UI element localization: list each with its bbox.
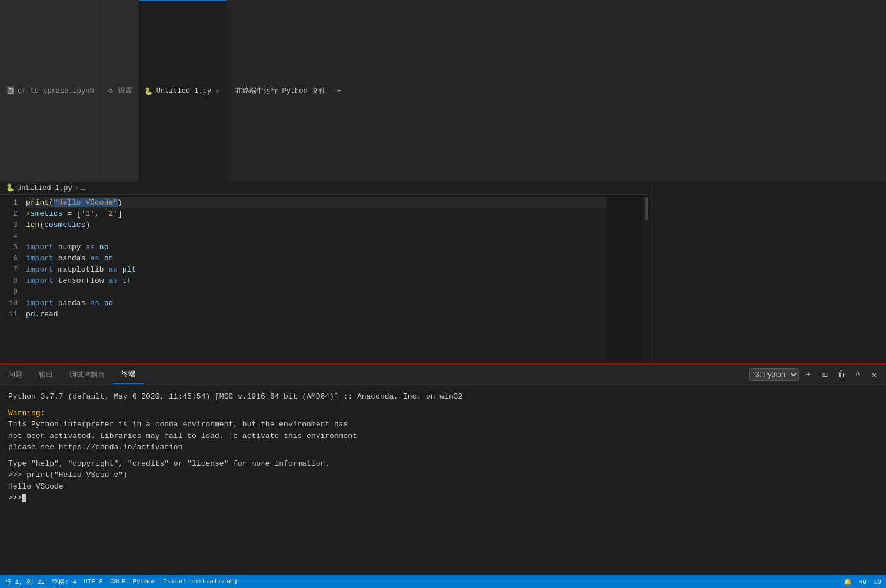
- trash-terminal-button[interactable]: 🗑: [834, 368, 848, 382]
- run-python-button[interactable]: 在终端中运行 Python 文件: [232, 85, 329, 97]
- terminal-content[interactable]: Python 3.7.7 (default, May 6 2020, 11:45…: [0, 385, 886, 575]
- split-terminal-button[interactable]: ⊞: [818, 368, 832, 382]
- tab-notebook-label: df to sprase.ipynb: [18, 87, 94, 95]
- tab-notebook[interactable]: 📓 df to sprase.ipynb: [0, 0, 101, 182]
- tab-problems[interactable]: 问题: [0, 366, 31, 383]
- more-actions-button[interactable]: ⋯: [333, 85, 344, 96]
- line-num-1: 1: [0, 197, 18, 208]
- terminal-cursor: [22, 494, 26, 502]
- line-num-2: 2: [0, 208, 18, 219]
- tab-actions: 在终端中运行 Python 文件 ⋯: [227, 0, 349, 182]
- tab-settings-label: 设置: [118, 86, 132, 96]
- minimap-content: [607, 195, 642, 197]
- tab-output[interactable]: 输出: [31, 366, 61, 383]
- line-num-6: 6: [0, 253, 18, 264]
- terminal-output1: Hello VScode: [8, 481, 878, 493]
- right-panel: [651, 182, 886, 363]
- status-position[interactable]: 行 1, 列 22: [5, 577, 45, 586]
- breadcrumb: 🐍 Untitled-1.py › …: [0, 182, 651, 195]
- status-eol[interactable]: CRLF: [110, 578, 125, 585]
- code-line-8[interactable]: import tensorflow as tf: [26, 275, 607, 286]
- line-num-7: 7: [0, 264, 18, 275]
- status-spaces[interactable]: 空格: 4: [52, 577, 76, 586]
- terminal-prompt[interactable]: >>>: [8, 492, 878, 504]
- line-num-3: 3: [0, 219, 18, 230]
- status-linter[interactable]: Ikite: initializing: [163, 578, 237, 585]
- terminal-warning-1: This Python interpreter is in a conda en…: [8, 419, 878, 430]
- code-line-11[interactable]: pd.read: [26, 309, 607, 320]
- settings-icon: ⚙: [106, 87, 115, 95]
- python-breadcrumb-icon: 🐍: [6, 183, 15, 192]
- line-num-11: 11: [0, 309, 18, 320]
- status-language[interactable]: Python: [132, 578, 156, 585]
- tab-settings[interactable]: ⚙ 设置: [101, 0, 139, 182]
- code-line-5[interactable]: import numpy as np: [26, 242, 607, 253]
- tab-untitled-label: Untitled-1.py: [156, 87, 212, 95]
- status-bar: 行 1, 列 22 空格: 4 UTF-8 CRLF Python Ikite:…: [0, 575, 886, 588]
- error-icon: ✕0: [859, 578, 867, 586]
- status-right: 🔔 ✕0 ⚠0: [844, 578, 881, 586]
- code-line-4[interactable]: [26, 230, 607, 242]
- terminal-init-line: Python 3.7.7 (default, May 6 2020, 11:45…: [8, 391, 878, 403]
- line-num-10: 10: [0, 298, 18, 309]
- tab-untitled[interactable]: 🐍 Untitled-1.py ✕: [139, 0, 228, 182]
- code-editor[interactable]: print("Hello VScode") ⚡smetics = ['1', '…: [24, 195, 607, 363]
- tab-terminal[interactable]: 终端: [113, 366, 144, 384]
- breadcrumb-separator: ›: [75, 184, 79, 192]
- breadcrumb-file[interactable]: Untitled-1.py: [17, 184, 72, 192]
- tab-close-button[interactable]: ✕: [215, 86, 221, 96]
- line-num-8: 8: [0, 275, 18, 286]
- chevron-up-button[interactable]: ^: [851, 368, 865, 382]
- editor-scrollbar[interactable]: [642, 195, 651, 363]
- add-terminal-button[interactable]: +: [801, 368, 815, 382]
- terminal-help-line: Type "help", "copyright", "credits" or "…: [8, 458, 878, 470]
- bell-icon[interactable]: 🔔: [844, 578, 852, 586]
- python-icon: 🐍: [145, 87, 153, 95]
- terminal-prompt-sign: >>>: [8, 492, 22, 504]
- line-num-5: 5: [0, 242, 18, 253]
- minimap: [607, 195, 642, 363]
- code-line-9[interactable]: [26, 286, 607, 298]
- notebook-icon: 📓: [6, 87, 14, 95]
- terminal-panel: 问题 输出 调试控制台 终端 3: Python + ⊞ 🗑 ^ ✕ Pytho…: [0, 363, 886, 575]
- code-line-7[interactable]: import matplotlib as plt: [26, 264, 607, 275]
- tab-debug[interactable]: 调试控制台: [61, 366, 113, 383]
- main-area: 🐍 Untitled-1.py › … 1 2 3 4 5 6 7 8 9 10…: [0, 182, 886, 363]
- breadcrumb-more[interactable]: …: [81, 184, 85, 192]
- editor-content: 1 2 3 4 5 6 7 8 9 10 11 print("Hello VSc…: [0, 195, 651, 363]
- code-line-6[interactable]: import pandas as pd: [26, 253, 607, 264]
- terminal-session-select[interactable]: 3: Python: [749, 368, 799, 381]
- code-line-2[interactable]: ⚡smetics = ['1', '2']: [26, 208, 607, 219]
- line-numbers: 1 2 3 4 5 6 7 8 9 10 11: [0, 195, 24, 363]
- line-num-9: 9: [0, 286, 18, 298]
- warning-icon: ⚠0: [874, 578, 881, 586]
- code-line-10[interactable]: import pandas as pd: [26, 298, 607, 309]
- terminal-tabs: 问题 输出 调试控制台 终端 3: Python + ⊞ 🗑 ^ ✕: [0, 365, 886, 385]
- close-terminal-button[interactable]: ✕: [867, 368, 881, 382]
- code-line-3[interactable]: len(cosmetics): [26, 219, 607, 230]
- editor-area: 🐍 Untitled-1.py › … 1 2 3 4 5 6 7 8 9 10…: [0, 182, 651, 363]
- status-encoding[interactable]: UTF-8: [84, 578, 103, 585]
- line-num-4: 4: [0, 230, 18, 242]
- terminal-warning-title: Warning:: [8, 407, 878, 419]
- code-line-1[interactable]: print("Hello VScode"): [26, 197, 607, 208]
- scrollbar-thumb[interactable]: [645, 197, 648, 220]
- terminal-warning-2: not been activated. Libraries may fail t…: [8, 430, 878, 442]
- tab-bar: 📓 df to sprase.ipynb ⚙ 设置 🐍 Untitled-1.p…: [0, 0, 886, 182]
- terminal-actions: 3: Python + ⊞ 🗑 ^ ✕: [749, 368, 886, 382]
- terminal-warning-3: please see https://conda.io/activation: [8, 442, 878, 453]
- terminal-cmd1: >>> print("Hello VScod e"): [8, 469, 878, 481]
